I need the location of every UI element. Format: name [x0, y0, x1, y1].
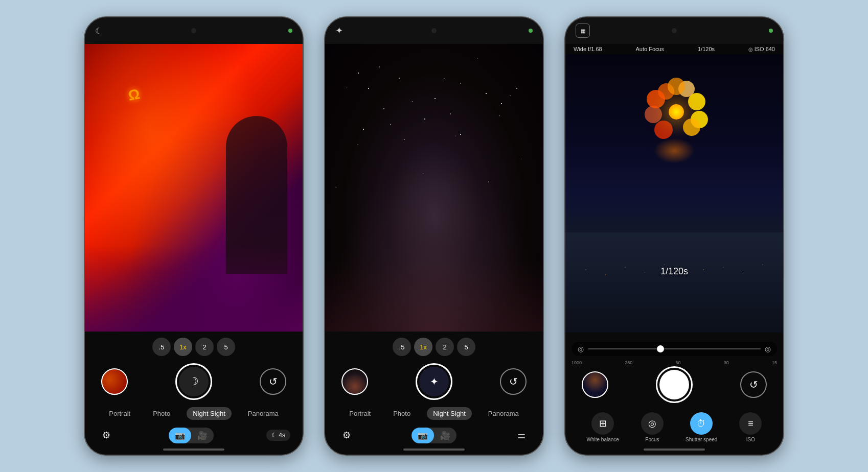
- iso-icon: ≡: [739, 412, 762, 435]
- video-toggle-btn-2[interactable]: 🎥: [434, 428, 456, 443]
- timer-button[interactable]: ☾ 4s: [266, 430, 290, 441]
- grid-icon-btn[interactable]: ▦: [576, 23, 590, 38]
- shutter-row-2: ✦ ↺: [325, 363, 543, 400]
- mode2-panorama[interactable]: Panorama: [482, 407, 525, 420]
- status-dot: [529, 29, 533, 33]
- shutter-speed-label: Shutter speed: [686, 437, 717, 442]
- iso-label[interactable]: ◎ ISO 640: [748, 46, 775, 52]
- mode-photo[interactable]: Photo: [147, 407, 176, 420]
- mode2-photo[interactable]: Photo: [387, 407, 417, 420]
- white-balance-icon: ⊞: [591, 412, 614, 435]
- gallery-thumbnail-3[interactable]: [582, 371, 608, 398]
- phone3-top-bar: ▦: [565, 17, 783, 44]
- night-shutter-icon: ☽: [179, 367, 209, 396]
- status-dot-3: [769, 29, 773, 33]
- focus-label-tool: Focus: [645, 437, 659, 442]
- zoom2-5[interactable]: 5: [457, 338, 475, 356]
- iso-label-tool: ISO: [746, 437, 755, 442]
- camera-dot: [191, 28, 196, 33]
- sparkle-icon: ✦: [335, 25, 343, 36]
- focus-label[interactable]: Auto Focus: [635, 46, 664, 52]
- slider-thumb[interactable]: [657, 345, 664, 352]
- zoom-5[interactable]: 5: [217, 338, 235, 356]
- zoom2-05[interactable]: .5: [393, 338, 411, 356]
- flip-camera-button-3[interactable]: ↺: [740, 371, 767, 398]
- flip-camera-button[interactable]: ↺: [260, 368, 286, 395]
- bottom-toolbar-2: ⚙ 📷 🎥 ⚌: [325, 426, 543, 444]
- phone-3: ▦ Wide f/1.68 Auto Focus 1/120s ◎ ISO 64…: [564, 16, 784, 456]
- shutter-speed-icon: ⏱: [690, 412, 713, 435]
- video-toggle-btn[interactable]: 🎥: [191, 428, 214, 443]
- mode2-night-sight[interactable]: Night Sight: [427, 407, 472, 420]
- camera-video-toggle: 📷 🎥: [169, 428, 214, 443]
- tick-30: 30: [724, 360, 729, 365]
- pro-tools-row: ⊞ White balance ◎ Focus ⏱ Shutter speed …: [565, 408, 783, 446]
- phone2-top-bar: ✦: [325, 17, 543, 44]
- gallery-thumbnail[interactable]: [101, 368, 128, 395]
- tool-shutter-speed[interactable]: ⏱ Shutter speed: [686, 412, 717, 442]
- tool-white-balance[interactable]: ⊞ White balance: [587, 412, 619, 442]
- settings-icon-2[interactable]: ⚙: [337, 426, 356, 444]
- slider-ticks: 1000 250 60 30 15: [565, 359, 783, 366]
- slider-track[interactable]: [588, 348, 761, 349]
- slider-left-icon: ◎: [578, 345, 584, 353]
- status-dot: [288, 29, 292, 33]
- camera-toggle-btn-2[interactable]: 📷: [412, 428, 434, 443]
- phone-2: ✦ .5 1x 2 5 ✦ ↺ Portrait Photo Nigh: [324, 16, 544, 456]
- shutter-button-3[interactable]: [656, 366, 693, 403]
- phone1-viewfinder: Ω: [85, 44, 303, 332]
- iso-circle-icon: ◎: [748, 46, 755, 52]
- neon-sign: Ω: [127, 86, 142, 104]
- moon-icon: ☾: [95, 26, 102, 36]
- home-indicator-3: [644, 449, 705, 451]
- flip-camera-button-2[interactable]: ↺: [500, 368, 527, 395]
- slider-right-icon: ◎: [765, 345, 771, 353]
- settings-icon[interactable]: ⚙: [97, 426, 116, 444]
- mode-tabs: Portrait Photo Night Sight Panorama: [85, 407, 303, 420]
- tick-15: 15: [772, 360, 777, 365]
- focus-icon: ◎: [641, 412, 664, 435]
- aperture-label[interactable]: Wide f/1.68: [574, 46, 602, 52]
- mode-tabs-2: Portrait Photo Night Sight Panorama: [325, 407, 543, 420]
- zoom-1x[interactable]: 1x: [174, 338, 192, 356]
- phone3-viewfinder: 1/120s: [565, 54, 783, 333]
- bottom-toolbar: ⚙ 📷 🎥 ☾ 4s: [85, 426, 303, 444]
- shutter-label[interactable]: 1/120s: [698, 46, 715, 52]
- tool-focus[interactable]: ◎ Focus: [641, 412, 664, 442]
- tick-250: 250: [625, 360, 632, 365]
- camera-video-toggle-2: 📷 🎥: [412, 428, 456, 443]
- slider-container: ◎ ◎: [572, 342, 777, 356]
- gallery-thumbnail-2[interactable]: [341, 368, 368, 395]
- tick-1000: 1000: [572, 360, 582, 365]
- camera-dot: [431, 28, 437, 33]
- mode-night-sight[interactable]: Night Sight: [187, 407, 232, 420]
- shutter-row: ☽ ↺: [85, 363, 303, 400]
- shutter-button[interactable]: ☽: [175, 363, 212, 400]
- pro-shutter-row: ↺: [565, 366, 783, 403]
- camera-toggle-btn[interactable]: 📷: [169, 428, 191, 443]
- phone3-camera-bottom: ◎ ◎ 1000 250 60 30 15 ↺ ⊞: [565, 333, 783, 455]
- zoom-05[interactable]: .5: [152, 338, 171, 356]
- home-indicator: [163, 449, 224, 451]
- phone1-camera-bottom: .5 1x 2 5 ☽ ↺ Portrait Photo Night Sight…: [85, 332, 303, 455]
- mode2-portrait[interactable]: Portrait: [343, 407, 377, 420]
- zoom2-2[interactable]: 2: [436, 338, 454, 356]
- zoom-controls-2: .5 1x 2 5: [325, 338, 543, 356]
- zoom-controls: .5 1x 2 5: [85, 338, 303, 356]
- grid-icon: ▦: [581, 28, 585, 34]
- pro-controls-bar: Wide f/1.68 Auto Focus 1/120s ◎ ISO 640: [565, 44, 783, 54]
- camera-dot-3: [672, 28, 677, 33]
- zoom-2[interactable]: 2: [195, 338, 214, 356]
- shutter-speed-overlay: 1/120s: [660, 266, 688, 277]
- tool-iso[interactable]: ≡ ISO: [739, 412, 762, 442]
- timer-icon: ☾: [271, 432, 277, 439]
- sparkle-shutter-icon: ✦: [419, 367, 449, 396]
- zoom2-1x[interactable]: 1x: [414, 338, 432, 356]
- mode-portrait[interactable]: Portrait: [103, 407, 136, 420]
- phone-1: ☾ Ω .5 1x 2 5 ☽ ↺ Portrait Photo Night S…: [84, 16, 304, 456]
- sliders-icon[interactable]: ⚌: [512, 426, 531, 444]
- phone1-top-bar: ☾: [85, 17, 303, 44]
- home-indicator-2: [403, 449, 465, 451]
- shutter-button-2[interactable]: ✦: [416, 363, 452, 400]
- mode-panorama[interactable]: Panorama: [242, 407, 285, 420]
